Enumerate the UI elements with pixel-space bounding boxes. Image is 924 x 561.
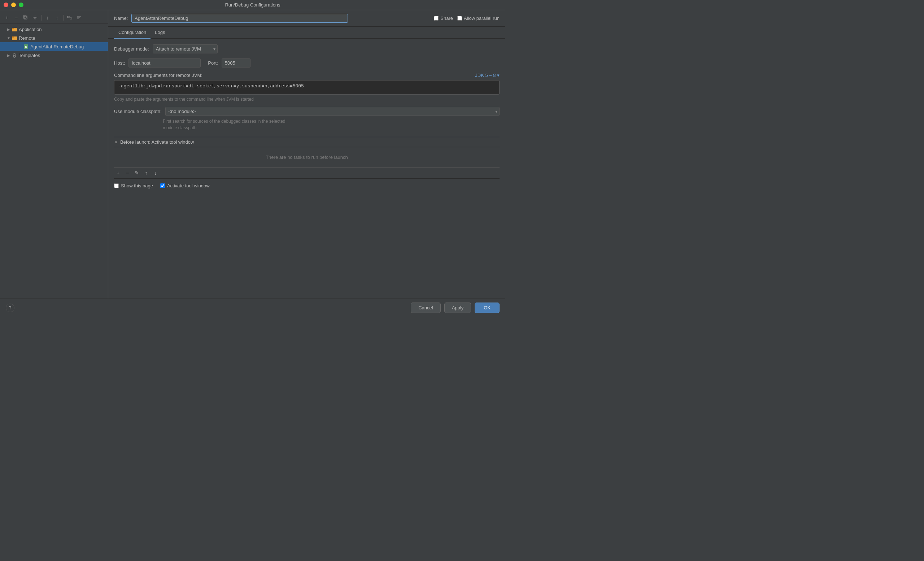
debugger-mode-dropdown[interactable]: Attach to remote JVM Listen to remote JV… — [153, 44, 218, 53]
sort-button[interactable] — [75, 14, 83, 22]
collapse-arrow-icon: ▼ — [114, 140, 118, 144]
application-label: Application — [19, 27, 42, 32]
name-row: Name: Share Allow parallel run — [108, 10, 506, 27]
svg-point-13 — [14, 55, 15, 57]
bottom-checks: Show this page Activate tool window — [114, 179, 500, 189]
toolbar-separator — [41, 15, 42, 21]
before-launch-remove-button[interactable]: − — [123, 169, 131, 177]
add-config-button[interactable]: + — [3, 14, 11, 22]
parallel-checkbox[interactable] — [457, 16, 462, 21]
cmdline-box: -agentlib:jdwp=transport=dt_socket,serve… — [114, 80, 500, 94]
bottom-bar: ? Cancel Apply OK — [0, 298, 506, 316]
tab-logs[interactable]: Logs — [150, 27, 169, 39]
before-launch-section: ▼ Before launch: Activate tool window Th… — [114, 137, 500, 179]
content-area: Name: Share Allow parallel run Configura… — [108, 10, 506, 298]
bottom-actions: Cancel Apply OK — [411, 303, 500, 313]
maximize-button[interactable] — [19, 3, 24, 7]
name-label: Name: — [114, 15, 128, 21]
module-select-wrap: <no module> — [165, 107, 500, 116]
debugger-mode-row: Debugger mode: Attach to remote JVM List… — [114, 44, 500, 53]
title-bar: Run/Debug Configurations — [0, 0, 506, 10]
host-label: Host: — [114, 60, 125, 66]
show-page-wrap: Show this page — [114, 183, 153, 189]
module-hint: First search for sources of the debugged… — [163, 118, 500, 131]
ok-button[interactable]: OK — [475, 303, 500, 313]
host-input[interactable] — [129, 58, 201, 68]
expand-arrow-remote: ▼ — [6, 35, 12, 41]
svg-rect-0 — [24, 16, 27, 19]
activate-tool-window-label: Activate tool window — [167, 183, 210, 189]
share-area: Share Allow parallel run — [434, 15, 500, 21]
move-button[interactable] — [66, 14, 74, 22]
svg-text:R: R — [25, 45, 27, 49]
application-folder-icon — [12, 26, 17, 32]
parallel-wrap: Allow parallel run — [457, 15, 500, 21]
cmdline-label: Command line arguments for remote JVM: — [114, 72, 202, 78]
sidebar-item-templates[interactable]: ▶ Templates — [0, 51, 108, 60]
port-input[interactable] — [222, 58, 250, 68]
activate-tool-window-wrap: Activate tool window — [160, 183, 210, 189]
tab-configuration[interactable]: Configuration — [114, 27, 150, 39]
expand-arrow-templates: ▶ — [6, 52, 12, 58]
close-button[interactable] — [4, 3, 8, 7]
before-launch-add-button[interactable]: + — [114, 169, 122, 177]
before-launch-header[interactable]: ▼ Before launch: Activate tool window — [114, 137, 500, 147]
port-label: Port: — [208, 60, 218, 66]
module-classpath-select[interactable]: <no module> — [165, 107, 500, 116]
cmdline-header: Command line arguments for remote JVM: J… — [114, 72, 500, 78]
templates-icon — [12, 52, 17, 58]
module-classpath-row: Use module classpath: <no module> — [114, 107, 500, 116]
debugger-mode-dropdown-wrap: Attach to remote JVM Listen to remote JV… — [153, 44, 218, 53]
svg-rect-3 — [68, 16, 69, 18]
show-page-checkbox[interactable] — [114, 183, 119, 188]
sidebar-item-agent-attach[interactable]: R AgentAttahRemoteDebug — [0, 42, 108, 51]
sidebar-item-remote[interactable]: ▼ Remote — [0, 34, 108, 42]
debugger-mode-label: Debugger mode: — [114, 46, 149, 52]
cancel-button[interactable]: Cancel — [411, 303, 440, 313]
apply-button[interactable]: Apply — [444, 303, 471, 313]
templates-label: Templates — [19, 53, 40, 58]
share-checkbox[interactable] — [434, 16, 438, 21]
before-launch-up-button[interactable]: ↑ — [142, 169, 150, 177]
expand-arrow-application: ▶ — [6, 26, 12, 32]
remove-config-button[interactable]: − — [12, 14, 20, 22]
module-classpath-label: Use module classpath: — [114, 109, 162, 114]
before-launch-down-button[interactable]: ↓ — [152, 169, 159, 177]
jdk-link[interactable]: JDK 5 – 8 ▾ — [475, 72, 500, 78]
before-launch-toolbar: + − ✎ ↑ ↓ — [114, 168, 500, 179]
settings-button[interactable] — [31, 14, 39, 22]
agent-attach-label: AgentAttahRemoteDebug — [30, 44, 84, 50]
sidebar: + − ↑ ↓ — [0, 10, 108, 298]
tabs-bar: Configuration Logs — [108, 27, 506, 39]
svg-rect-6 — [12, 28, 17, 32]
share-label: Share — [440, 15, 453, 21]
cmdline-hint: Copy and paste the arguments to the comm… — [114, 97, 500, 102]
remote-label: Remote — [19, 35, 35, 41]
config-icon-agent: R — [23, 44, 29, 50]
activate-tool-window-checkbox[interactable] — [160, 183, 165, 188]
config-panel: Debugger mode: Attach to remote JVM List… — [108, 39, 506, 298]
svg-rect-4 — [70, 18, 72, 19]
arrow-spacer-agent — [17, 44, 23, 50]
help-button[interactable]: ? — [6, 304, 14, 312]
svg-rect-9 — [12, 37, 17, 40]
show-page-label: Show this page — [121, 183, 153, 189]
svg-point-2 — [34, 17, 36, 18]
up-button[interactable]: ↑ — [44, 14, 52, 22]
before-launch-edit-button[interactable]: ✎ — [133, 169, 141, 177]
copy-config-button[interactable] — [22, 14, 30, 22]
down-button[interactable]: ↓ — [53, 14, 61, 22]
minimize-button[interactable] — [11, 3, 16, 7]
sidebar-item-application[interactable]: ▶ Application — [0, 25, 108, 34]
window-controls — [4, 3, 24, 7]
window-title: Run/Debug Configurations — [225, 2, 280, 8]
main-layout: + − ↑ ↓ — [0, 10, 506, 298]
svg-rect-1 — [24, 15, 26, 18]
toolbar-separator-2 — [63, 15, 63, 21]
name-input[interactable] — [131, 14, 348, 23]
cmdline-section: Command line arguments for remote JVM: J… — [114, 72, 500, 102]
host-port-row: Host: Port: — [114, 58, 500, 68]
parallel-label: Allow parallel run — [464, 15, 500, 21]
svg-rect-7 — [12, 28, 14, 29]
svg-rect-10 — [12, 36, 14, 38]
